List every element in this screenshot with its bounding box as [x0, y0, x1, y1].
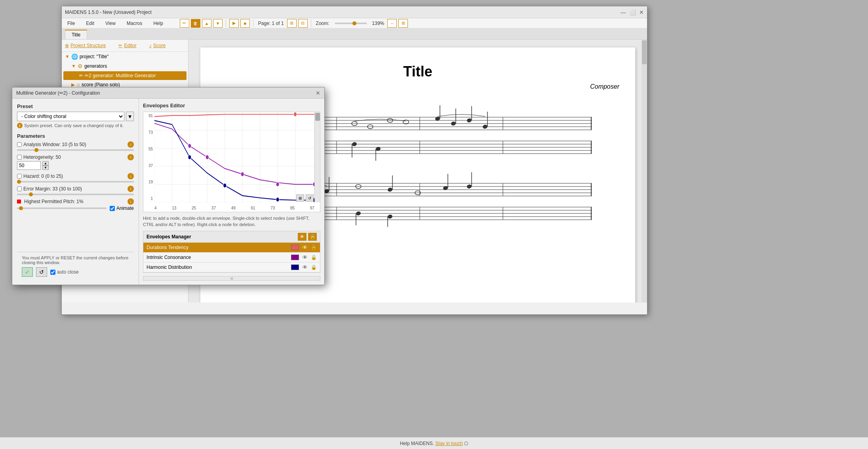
param-error-slider[interactable] [17, 194, 134, 195]
reset-btn[interactable]: ↺ [36, 267, 47, 277]
toolbar-play-btn[interactable]: ▶ [229, 19, 239, 28]
toolbar-edit-btn[interactable]: ✏ [180, 19, 189, 28]
param-error-info[interactable]: i [128, 186, 134, 192]
menu-view[interactable]: View [103, 20, 118, 27]
env-manager-btns: 👁 🔒 [298, 233, 317, 241]
score-icon: ♪ [149, 43, 152, 48]
y-label-1: 1 [144, 196, 153, 201]
x-label-73: 73 [270, 206, 275, 210]
zoom-thumb [352, 21, 356, 25]
dialog-title: Multiline Generator (✏2) - Configuration [16, 90, 100, 96]
param-hazard-info[interactable]: i [128, 173, 134, 179]
menu-file[interactable]: File [65, 20, 77, 27]
dialog-title-bar: Multiline Generator (✏2) - Configuration… [12, 88, 324, 99]
menu-macros[interactable]: Macros [124, 20, 145, 27]
editor-btn[interactable]: ✏ Editor [118, 43, 136, 48]
env-harmonic-lock[interactable]: 🔒 [311, 264, 317, 270]
toolbar-grid-btn[interactable]: ⊞ [398, 19, 408, 28]
param-hetero-input[interactable] [17, 161, 41, 170]
param-analysis-checkbox[interactable] [17, 142, 22, 147]
status-link[interactable]: Stay in touch [435, 441, 463, 446]
close-btn[interactable]: ✕ [639, 9, 644, 15]
auto-close-checkbox[interactable] [50, 270, 55, 275]
tree-item-generators[interactable]: ▼ ⚙ generators [62, 61, 188, 71]
resize-handle[interactable]: ⊟ [143, 276, 320, 281]
toolbar-page2-btn[interactable]: ⊟ [298, 19, 308, 28]
scroll-indicator[interactable] [641, 40, 647, 303]
toolbar-delete-btn[interactable]: 🗑 [191, 19, 200, 28]
svg-point-42 [352, 142, 357, 147]
env-lock-btn[interactable]: 🔒 [308, 233, 317, 241]
svg-point-67 [466, 184, 472, 189]
animate-checkbox[interactable] [110, 206, 115, 211]
toolbar-up-btn[interactable]: ▲ [202, 19, 211, 28]
tree-arrow-icon: ▼ [71, 63, 76, 69]
status-link-icon: ⬡ [463, 441, 468, 446]
project-structure-btn[interactable]: ⊕ Project Structure [65, 43, 106, 48]
env-durations-lock[interactable]: 🔒 [311, 245, 317, 250]
apply-btn[interactable]: ✓ [22, 267, 33, 277]
param-pitch-slider[interactable] [17, 207, 107, 209]
toolbar-stop-btn[interactable]: ■ [240, 19, 250, 28]
svg-point-23 [466, 118, 472, 123]
param-hetero-info[interactable]: i [128, 154, 134, 160]
chart-reset-btn[interactable]: ↺ [306, 194, 314, 202]
menu-help[interactable]: Help [151, 20, 166, 27]
chart-svg [154, 112, 314, 202]
toolbar-zoom-fit[interactable]: ↔ [387, 19, 397, 28]
toolbar-sep3 [311, 19, 311, 27]
toolbar-down-btn[interactable]: ▼ [213, 19, 223, 28]
param-pitch-info[interactable]: i [128, 198, 134, 205]
toolbar-sep1 [226, 19, 226, 27]
tab-bar: Title [62, 29, 647, 40]
minimize-btn[interactable]: — [621, 9, 626, 15]
tree-score-icon: ♫ [76, 82, 80, 88]
menu-bar: File Edit View Macros Help ✏ 🗑 ▲ ▼ ▶ ■ P… [62, 18, 647, 29]
env-row-consonance[interactable]: Intrinsic Consonance 👁 🔒 [143, 253, 320, 263]
config-left: Preset - Color shifting choral ▼ i Syste… [12, 99, 139, 285]
param-analysis-info[interactable]: i [128, 141, 134, 148]
param-hetero-up[interactable]: ▲ [42, 161, 49, 166]
chart-scale-btn[interactable]: ⊞ [296, 194, 304, 202]
tab-title[interactable]: Title [65, 30, 87, 39]
env-harmonic-eye[interactable]: 👁 [302, 264, 308, 270]
preset-header: Preset [17, 103, 134, 109]
param-hazard-checkbox[interactable] [17, 174, 22, 179]
menu-edit[interactable]: Edit [84, 20, 97, 27]
x-label-97: 97 [310, 206, 314, 210]
tree-item-multiline[interactable]: ✏ ✏2 generator: Multiline Generator [63, 71, 187, 80]
chart-hint: Hint: to add a node, double-click an env… [143, 215, 320, 228]
tree-item-project[interactable]: ▼ 🌐 project: "Title" [62, 52, 188, 61]
param-error-label: Error Margin: 33 (30 to 100) i [17, 186, 134, 192]
param-hetero-checkbox[interactable] [17, 155, 22, 160]
chart-scrollbar[interactable] [314, 112, 320, 202]
env-durations-color [291, 245, 299, 250]
maximize-btn[interactable]: ⬜ [629, 9, 636, 15]
preset-select[interactable]: - Color shifting choral [17, 112, 124, 121]
scroll-thumb [642, 40, 647, 64]
chart-container[interactable]: 1 19 37 55 73 91 [143, 112, 320, 212]
panel-sections: ⊕ Project Structure ✏ Editor ♪ Score [62, 40, 188, 52]
env-durations-eye[interactable]: 👁 [302, 244, 308, 251]
toolbar-page1-btn[interactable]: ⊞ [287, 19, 297, 28]
env-consonance-eye[interactable]: 👁 [302, 254, 308, 261]
score-btn[interactable]: ♪ Score [149, 43, 166, 48]
param-error-checkbox[interactable] [17, 186, 22, 191]
envelopes-editor-title: Envelopes Editor [143, 103, 320, 108]
preset-dropdown-btn[interactable]: ▼ [126, 112, 134, 121]
param-hazard-slider[interactable] [17, 181, 134, 183]
zoom-slider[interactable] [335, 23, 367, 24]
env-harmonic-color [291, 264, 299, 270]
page-indicator: Page: 1 of 1 [258, 21, 284, 26]
env-row-harmonic[interactable]: Harmonic Distribution 👁 🔒 [143, 263, 320, 272]
param-hetero-down[interactable]: ▼ [42, 166, 49, 170]
dialog-close-btn[interactable]: ✕ [316, 90, 320, 96]
param-error-margin: Error Margin: 33 (30 to 100) i [17, 186, 134, 195]
chart-scroll-thumb [315, 113, 320, 121]
env-visibility-btn[interactable]: 👁 [298, 233, 306, 241]
param-analysis-slider[interactable] [17, 149, 134, 151]
env-row-durations[interactable]: Durations Tendency 👁 🔒 [143, 243, 320, 253]
param-analysis-label: Analysis Window: 10 (5 to 50) i [17, 141, 134, 148]
env-consonance-lock[interactable]: 🔒 [311, 255, 317, 260]
footer-buttons: ✓ ↺ auto close [22, 267, 129, 277]
